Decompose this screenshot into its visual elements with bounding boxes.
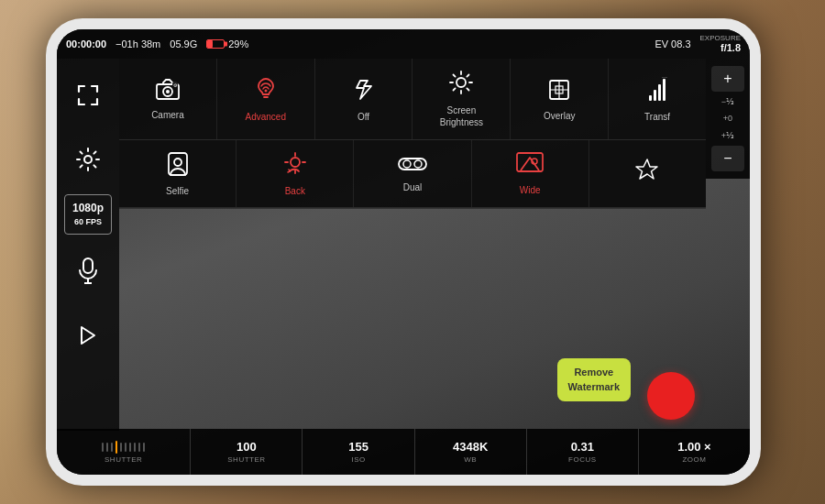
svg-rect-23 — [649, 95, 652, 101]
menu-item-overlay[interactable]: Overlay — [511, 59, 609, 139]
menu-item-selfie[interactable]: Selfie — [119, 140, 236, 207]
svg-rect-34 — [517, 153, 543, 171]
overlay-label: Overlay — [544, 111, 575, 121]
shutter-value: 100 — [236, 440, 257, 454]
phone-container: 00:00:00 −01h 38m 05.9G 29% EV 08.3 EXPO… — [0, 0, 825, 504]
tick-4 — [116, 441, 117, 454]
wb-label: WB — [464, 455, 477, 464]
menu-item-dual[interactable]: Dual — [354, 140, 471, 207]
remaining-time: −01h 38m — [116, 38, 160, 49]
wide-label: Wide — [520, 185, 541, 195]
menu-item-screen-brightness[interactable]: ScreenBrightness — [412, 59, 511, 139]
focus-value: 0.31 — [571, 440, 594, 454]
brightness-icon — [448, 70, 474, 99]
transfer-icon — [647, 77, 667, 106]
play-btn[interactable] — [60, 308, 116, 363]
selfie-icon — [166, 151, 190, 181]
shutter-val-segment[interactable]: 100 SHUTTER — [191, 429, 302, 475]
battery-icon — [206, 39, 225, 49]
advanced-icon — [254, 77, 278, 106]
tick-7 — [129, 443, 131, 452]
svg-line-18 — [454, 88, 456, 90]
play-icon — [77, 324, 99, 346]
wb-segment[interactable]: 4348K WB — [415, 429, 527, 475]
zoom-segment[interactable]: 1.00 × ZOOM — [639, 429, 750, 475]
exposure-plus-btn[interactable]: + — [711, 66, 744, 92]
svg-line-16 — [468, 88, 469, 90]
plus-icon: + — [723, 71, 732, 87]
minus-icon: − — [723, 150, 732, 167]
tick-2 — [106, 443, 108, 452]
tick-3 — [111, 443, 113, 452]
focus-label: FOCUS — [568, 455, 597, 464]
wide-icon — [516, 152, 544, 180]
svg-point-30 — [291, 158, 300, 167]
overlay-icon — [547, 78, 571, 105]
iso-label: ISO — [351, 455, 365, 464]
advanced-label: Advanced — [246, 112, 286, 122]
battery-fill — [207, 40, 212, 48]
zoom-value: 1.00 × — [677, 440, 711, 454]
back-icon — [282, 151, 308, 181]
brackets-icon — [75, 82, 101, 108]
iso-value: 155 — [348, 440, 368, 454]
dual-icon — [398, 155, 427, 177]
svg-point-33 — [414, 160, 422, 168]
menu-row-2: Selfie — [119, 140, 706, 208]
svg-line-17 — [468, 75, 469, 77]
menu-item-advanced[interactable]: Advanced — [217, 59, 315, 139]
recording-time: 00:00:00 — [66, 38, 106, 49]
extra-icon — [635, 158, 659, 185]
focus-segment[interactable]: 0.31 FOCUS — [527, 429, 639, 475]
resolution-btn[interactable]: 1080p 60 FPS — [64, 194, 112, 235]
shutter-segment[interactable]: SHUTTER — [57, 429, 191, 475]
svg-point-0 — [84, 156, 92, 163]
off-icon — [353, 77, 375, 106]
exposure-minus-btn[interactable]: − — [711, 146, 744, 171]
phone-frame: 00:00:00 −01h 38m 05.9G 29% EV 08.3 EXPO… — [46, 18, 761, 486]
menu-item-transfer[interactable]: Transf — [609, 59, 706, 139]
tick-5 — [120, 443, 122, 452]
shutter-val-label: SHUTTER — [227, 455, 265, 464]
brightness-label: ScreenBrightness — [440, 104, 483, 128]
exposure-panel: + −⅓ +0 +⅓ − — [706, 59, 750, 179]
svg-point-10 — [456, 78, 466, 87]
exposure-title: EXPOSURE — [700, 34, 741, 43]
battery-area: 29% — [206, 38, 248, 49]
svg-point-6 — [166, 90, 170, 93]
menu-row-1: ⚙ Camera — [119, 59, 706, 140]
left-sidebar: 1080p 60 FPS — [57, 59, 119, 431]
tick-9 — [138, 443, 140, 452]
bottom-bar: SHUTTER 100 SHUTTER 155 ISO 4348K WB 0.3… — [57, 429, 750, 475]
settings-btn[interactable] — [60, 132, 116, 187]
svg-rect-25 — [658, 84, 661, 101]
shutter-label: SHUTTER — [104, 455, 142, 464]
dual-label: Dual — [403, 182, 423, 192]
menu-item-off[interactable]: Off — [315, 59, 413, 139]
record-button[interactable] — [647, 372, 695, 420]
settings-icon — [75, 147, 101, 172]
svg-rect-24 — [654, 90, 656, 101]
ev-value: EV 08.3 — [654, 38, 690, 49]
iso-segment[interactable]: 155 ISO — [302, 429, 414, 475]
menu-item-camera[interactable]: ⚙ Camera — [119, 59, 217, 139]
mic-icon — [77, 257, 99, 285]
menu-item-wide[interactable]: Wide — [472, 140, 589, 207]
watermark-line1: Remove — [574, 367, 613, 378]
selfie-label: Selfie — [166, 186, 189, 196]
wb-value: 4348K — [453, 440, 488, 454]
corner-brackets-btn[interactable] — [60, 68, 116, 123]
zoom-label: ZOOM — [682, 455, 706, 464]
svg-rect-1 — [83, 258, 93, 273]
status-bar: 00:00:00 −01h 38m 05.9G 29% EV 08.3 EXPO… — [57, 29, 750, 59]
svg-line-15 — [454, 75, 456, 77]
svg-point-29 — [174, 159, 182, 166]
mic-btn[interactable] — [60, 244, 116, 299]
menu-item-extra[interactable] — [589, 140, 706, 207]
tick-10 — [143, 443, 145, 452]
svg-point-9 — [264, 89, 267, 92]
menu-item-back[interactable]: Back — [236, 140, 354, 207]
watermark-badge[interactable]: Remove Watermark — [557, 358, 631, 401]
menu-overlay: ⚙ Camera — [119, 59, 706, 209]
tick-1 — [102, 443, 104, 452]
